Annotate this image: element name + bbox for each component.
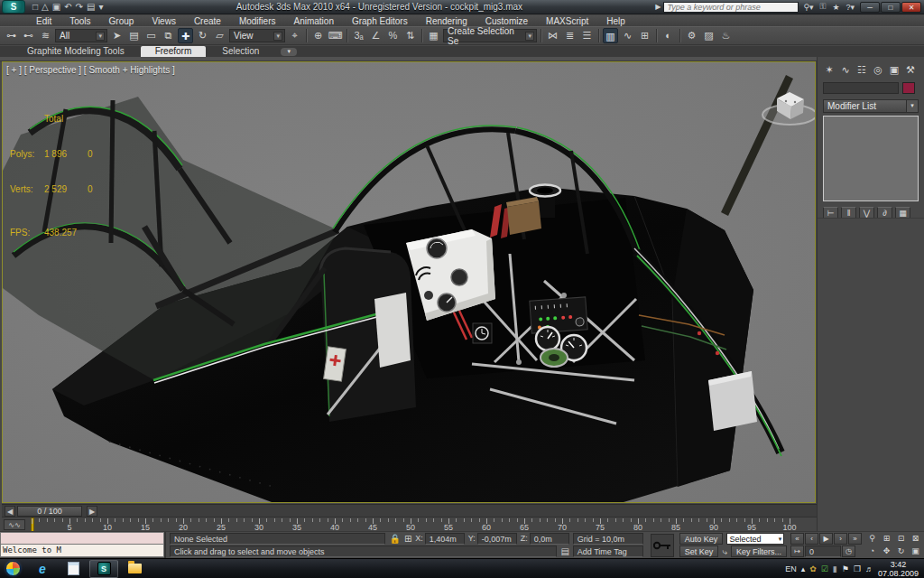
- default-in-out-tangents-icon[interactable]: ⤷: [722, 546, 727, 557]
- set-keys-button[interactable]: [651, 534, 674, 557]
- auto-key-button[interactable]: Auto Key: [679, 533, 724, 545]
- spinner-snap-icon[interactable]: ⇅: [402, 28, 418, 43]
- create-tab-icon[interactable]: ✶: [823, 64, 836, 76]
- time-configuration-icon[interactable]: ◷: [842, 545, 855, 557]
- select-and-scale-icon[interactable]: ▱: [212, 28, 227, 43]
- unlink-selection-icon[interactable]: ⊷: [21, 28, 36, 43]
- taskbar-3dsmax[interactable]: S: [89, 560, 118, 578]
- tray-app-icon-2[interactable]: ☑: [821, 564, 828, 573]
- select-and-rotate-icon[interactable]: ↻: [195, 28, 210, 43]
- close-button[interactable]: ✕: [901, 2, 921, 13]
- absolute-offset-mode-icon[interactable]: ⊞: [404, 534, 411, 544]
- add-time-tag[interactable]: Add Time Tag: [573, 545, 643, 557]
- time-slider-handle[interactable]: 0 / 100: [17, 506, 82, 517]
- orbit-icon[interactable]: ↻: [894, 545, 908, 557]
- minimize-button[interactable]: ─: [860, 2, 880, 13]
- zoom-extents-all-icon[interactable]: ⊠: [909, 533, 922, 545]
- menu-views[interactable]: Views: [143, 16, 185, 26]
- open-file-icon[interactable]: △: [42, 2, 49, 12]
- pan-view-icon[interactable]: ✥: [880, 545, 893, 557]
- modify-tab-icon[interactable]: ∿: [839, 64, 852, 76]
- y-coordinate-field[interactable]: -0,007m: [477, 533, 517, 545]
- language-indicator[interactable]: EN: [785, 564, 797, 573]
- material-editor-icon[interactable]: ◐: [661, 28, 676, 43]
- listener-pane[interactable]: Welcome to M: [0, 545, 164, 557]
- tray-app-icon-1[interactable]: ✿: [809, 564, 817, 573]
- menu-customize[interactable]: Customize: [476, 16, 537, 26]
- snaps-toggle-icon[interactable]: 3ₐ: [351, 28, 366, 43]
- modifier-stack[interactable]: [823, 116, 919, 201]
- infocenter-expand-icon[interactable]: ▶: [655, 3, 661, 11]
- rectangular-selection-region-icon[interactable]: ▭: [143, 28, 159, 43]
- selection-filter-dropdown[interactable]: All▾: [55, 29, 107, 42]
- menu-animation[interactable]: Animation: [284, 16, 342, 26]
- go-to-start-icon[interactable]: «: [790, 533, 804, 545]
- undo-icon[interactable]: ↶: [64, 2, 71, 12]
- menu-rendering[interactable]: Rendering: [417, 16, 476, 26]
- render-production-icon[interactable]: ♨: [718, 28, 734, 43]
- select-by-name-icon[interactable]: ▤: [126, 28, 142, 43]
- tray-app-icon-3[interactable]: ▮: [833, 564, 837, 573]
- modifier-list-dropdown[interactable]: Modifier List ▾: [823, 99, 919, 113]
- named-selection-sets-dropdown[interactable]: Create Selection Se▾: [443, 29, 537, 42]
- use-pivot-point-center-icon[interactable]: ⌖: [287, 28, 302, 43]
- z-coordinate-field[interactable]: 0,0m: [530, 533, 569, 545]
- selection-set-keying-dropdown[interactable]: Selected▾: [726, 533, 784, 545]
- tab-graphite-modeling-tools[interactable]: Graphite Modeling Tools: [13, 46, 139, 57]
- window-crossing-icon[interactable]: ⧉: [161, 28, 176, 43]
- select-and-manipulate-icon[interactable]: ⊕: [310, 28, 326, 43]
- motion-tab-icon[interactable]: ◎: [872, 64, 884, 76]
- zoom-icon[interactable]: ⚲: [865, 533, 879, 545]
- edit-named-selection-sets-icon[interactable]: ▦: [426, 28, 441, 43]
- percent-snap-icon[interactable]: %: [385, 28, 401, 43]
- new-file-icon[interactable]: □: [32, 2, 38, 12]
- layer-manager-icon[interactable]: ☰: [579, 28, 595, 43]
- next-frame-arrow-icon[interactable]: ▶: [87, 506, 97, 517]
- select-and-link-icon[interactable]: ⊶: [4, 28, 19, 43]
- previous-frame-icon[interactable]: ‹: [805, 533, 818, 545]
- maximize-button[interactable]: □: [881, 2, 901, 13]
- x-coordinate-field[interactable]: 1,404m: [425, 533, 465, 545]
- hierarchy-tab-icon[interactable]: ☷: [855, 64, 868, 76]
- show-hidden-icons[interactable]: ▴: [801, 564, 806, 573]
- taskbar-internet-explorer[interactable]: e: [28, 560, 57, 578]
- volume-icon[interactable]: ♬: [865, 564, 873, 573]
- select-and-move-icon[interactable]: ✚: [178, 28, 193, 43]
- select-object-icon[interactable]: ➤: [109, 28, 125, 43]
- key-mode-toggle-icon[interactable]: ↦: [790, 545, 804, 557]
- selection-lock-icon[interactable]: 🔒: [389, 534, 400, 544]
- align-icon[interactable]: ≣: [562, 28, 578, 43]
- zoom-extents-icon[interactable]: ⊡: [894, 533, 908, 545]
- mini-curve-editor-button[interactable]: ∿∿: [4, 519, 25, 530]
- current-frame-field[interactable]: 0: [805, 545, 841, 557]
- perspective-viewport[interactable]: [ + ] [ Perspective ] [ Smooth + Highlig…: [2, 61, 816, 503]
- menu-modifiers[interactable]: Modifiers: [230, 16, 285, 26]
- bind-to-spacewarp-icon[interactable]: ≋: [38, 28, 53, 43]
- ribbon-minimize-icon[interactable]: ▾: [281, 48, 297, 56]
- network-icon[interactable]: ❐: [854, 564, 861, 573]
- redo-icon[interactable]: ↷: [76, 2, 83, 12]
- field-of-view-icon[interactable]: ◔: [865, 545, 879, 557]
- maximize-viewport-toggle-icon[interactable]: ▣: [909, 545, 922, 557]
- graphite-ribbon-toggle-icon[interactable]: ▥: [603, 28, 618, 43]
- rendered-frame-window-icon[interactable]: ▨: [701, 28, 716, 43]
- key-filters-button[interactable]: Key Filters...: [731, 545, 787, 557]
- menu-edit[interactable]: Edit: [27, 16, 60, 26]
- start-button[interactable]: [5, 561, 21, 576]
- keyboard-shortcut-override-icon[interactable]: ⌨: [328, 28, 343, 43]
- reference-coordinate-system-dropdown[interactable]: View▾: [229, 29, 285, 42]
- viewport-label[interactable]: [ + ] [ Perspective ] [ Smooth + Highlig…: [6, 65, 175, 75]
- time-slider[interactable]: ◀ 0 / 100 ▶: [2, 504, 817, 517]
- sign-in-icon[interactable]: ⚿: [818, 2, 828, 12]
- trackbar-ruler[interactable]: 5101520253035404550556065707580859095100: [29, 517, 817, 532]
- previous-frame-arrow-icon[interactable]: ◀: [5, 506, 15, 517]
- play-animation-icon[interactable]: ▶: [819, 533, 833, 545]
- tab-selection[interactable]: Selection: [208, 46, 273, 57]
- infocenter-search-input[interactable]: [663, 2, 799, 13]
- macro-recorder-pane[interactable]: [0, 532, 164, 545]
- menu-graph-editors[interactable]: Graph Editors: [343, 16, 417, 26]
- track-bar[interactable]: ∿∿ 5101520253035404550556065707580859095…: [2, 517, 817, 531]
- schematic-view-icon[interactable]: ⊞: [637, 28, 652, 43]
- zoom-all-icon[interactable]: ⊞: [880, 533, 893, 545]
- communication-center-status-icon[interactable]: ▤: [560, 546, 568, 556]
